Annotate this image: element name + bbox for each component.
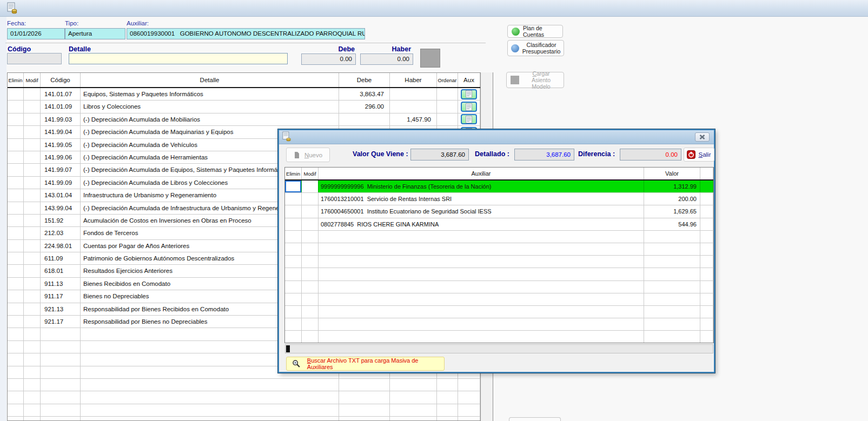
auxiliar-cell[interactable] bbox=[319, 318, 644, 330]
auxiliar-cell[interactable]: 1760013210001 Servicio de Rentas Interna… bbox=[319, 193, 644, 205]
elimin-cell[interactable] bbox=[8, 215, 24, 226]
elimin-cell[interactable] bbox=[8, 353, 24, 365]
auxiliar-cell[interactable] bbox=[319, 293, 644, 305]
dialog-horizontal-scrollbar[interactable] bbox=[285, 344, 713, 353]
valor-cell[interactable] bbox=[644, 281, 700, 293]
aux-detail-button[interactable] bbox=[461, 89, 477, 99]
elimin-cell[interactable] bbox=[285, 318, 302, 330]
auxiliar-cell[interactable]: 9999999999996 Ministerio de Finanzas (Te… bbox=[319, 181, 644, 192]
elimin-cell[interactable] bbox=[285, 268, 302, 280]
modif-cell[interactable] bbox=[24, 113, 41, 125]
modif-cell[interactable] bbox=[24, 151, 41, 163]
modif-cell[interactable] bbox=[302, 306, 319, 318]
modif-cell[interactable] bbox=[24, 88, 41, 100]
modif-cell[interactable] bbox=[24, 252, 41, 264]
elimin-cell[interactable] bbox=[8, 164, 24, 176]
elimin-cell[interactable] bbox=[285, 231, 302, 243]
auxiliar-cell[interactable]: 1760004650001 Instituto Ecuatoriano de S… bbox=[319, 205, 644, 217]
add-entry-button[interactable] bbox=[420, 49, 440, 68]
elimin-cell[interactable] bbox=[8, 341, 24, 353]
elimin-cell[interactable] bbox=[8, 88, 24, 100]
valor-cell[interactable] bbox=[644, 231, 700, 243]
valor-cell[interactable] bbox=[644, 331, 700, 343]
modif-cell[interactable] bbox=[302, 318, 319, 330]
auxiliar-cell[interactable] bbox=[319, 268, 644, 280]
auxiliar-cell[interactable] bbox=[319, 231, 644, 243]
modif-cell[interactable] bbox=[24, 404, 41, 416]
auxiliar-cell[interactable] bbox=[319, 331, 644, 343]
modif-cell[interactable] bbox=[302, 181, 319, 192]
fecha-field[interactable]: 01/01/2026 bbox=[7, 28, 65, 39]
elimin-cell[interactable] bbox=[285, 205, 302, 217]
auxiliar-cell[interactable]: 0802778845 RIOS CHERE GINA KARMINA bbox=[319, 218, 644, 230]
cargar-asiento-modelo-button[interactable]: Cargar AsientoModelo bbox=[506, 72, 564, 88]
elimin-cell[interactable] bbox=[285, 256, 302, 268]
valor-cell[interactable] bbox=[644, 243, 700, 255]
elimin-cell[interactable] bbox=[8, 316, 24, 328]
modif-cell[interactable] bbox=[24, 164, 41, 176]
detalle-entry-input[interactable] bbox=[69, 53, 288, 64]
elimin-cell[interactable] bbox=[8, 328, 24, 340]
aux-detail-button[interactable] bbox=[461, 114, 477, 124]
modif-cell[interactable] bbox=[24, 126, 41, 138]
modif-cell[interactable] bbox=[24, 101, 41, 112]
elimin-cell[interactable] bbox=[8, 126, 24, 138]
codigo-entry-input[interactable] bbox=[7, 53, 62, 64]
elimin-cell[interactable] bbox=[8, 240, 24, 252]
modif-cell[interactable] bbox=[24, 290, 41, 302]
modif-cell[interactable] bbox=[24, 391, 41, 403]
elimin-cell[interactable] bbox=[8, 227, 24, 239]
haber-entry-field[interactable]: 0.00 bbox=[360, 54, 413, 65]
modif-cell[interactable] bbox=[24, 417, 41, 421]
scrollbar-thumb[interactable] bbox=[286, 345, 290, 352]
elimin-cell[interactable] bbox=[8, 252, 24, 264]
elimin-cell[interactable] bbox=[285, 281, 302, 293]
modif-cell[interactable] bbox=[24, 341, 41, 353]
elimin-cell[interactable] bbox=[285, 193, 302, 205]
modif-cell[interactable] bbox=[24, 215, 41, 226]
modif-cell[interactable] bbox=[24, 202, 41, 214]
elimin-cell[interactable] bbox=[8, 366, 24, 378]
modif-cell[interactable] bbox=[24, 139, 41, 151]
modif-cell[interactable] bbox=[24, 353, 41, 365]
elimin-cell[interactable] bbox=[8, 151, 24, 163]
elimin-cell[interactable] bbox=[285, 306, 302, 318]
modif-cell[interactable] bbox=[302, 218, 319, 230]
elimin-cell[interactable] bbox=[8, 177, 24, 189]
modif-cell[interactable] bbox=[24, 177, 41, 189]
modif-cell[interactable] bbox=[24, 316, 41, 328]
valor-cell[interactable] bbox=[644, 318, 700, 330]
elimin-cell[interactable] bbox=[285, 293, 302, 305]
modif-cell[interactable] bbox=[302, 281, 319, 293]
dialog-close-button[interactable] bbox=[695, 132, 710, 142]
modif-cell[interactable] bbox=[302, 256, 319, 268]
elimin-cell[interactable] bbox=[8, 278, 24, 290]
elimin-cell[interactable] bbox=[285, 331, 302, 343]
elimin-cell[interactable] bbox=[8, 303, 24, 315]
valor-cell[interactable] bbox=[644, 306, 700, 318]
elimin-cell[interactable] bbox=[8, 139, 24, 151]
modif-cell[interactable] bbox=[302, 205, 319, 217]
elimin-cell[interactable] bbox=[8, 290, 24, 302]
elimin-cell[interactable] bbox=[8, 404, 24, 416]
modif-cell[interactable] bbox=[24, 366, 41, 378]
auxiliar-field[interactable]: 0860019930001 GOBIERNO AUTONOMO DESCENTR… bbox=[127, 28, 365, 39]
elimin-cell[interactable] bbox=[285, 181, 302, 192]
elimin-cell[interactable] bbox=[285, 218, 302, 230]
modif-cell[interactable] bbox=[302, 231, 319, 243]
elimin-cell[interactable] bbox=[8, 202, 24, 214]
modif-cell[interactable] bbox=[24, 379, 41, 391]
elimin-cell[interactable] bbox=[285, 243, 302, 255]
auxiliar-cell[interactable] bbox=[319, 243, 644, 255]
modif-cell[interactable] bbox=[24, 240, 41, 252]
modif-cell[interactable] bbox=[24, 227, 41, 239]
salir-button[interactable]: Salir bbox=[684, 148, 714, 162]
modif-cell[interactable] bbox=[302, 243, 319, 255]
clasificador-presupuestario-button[interactable]: ClasificadorPresupuestario bbox=[507, 40, 564, 56]
elimin-cell[interactable] bbox=[8, 265, 24, 277]
valor-cell[interactable]: 1,312.99 bbox=[644, 181, 700, 192]
valor-cell[interactable]: 544.96 bbox=[644, 218, 700, 230]
modif-cell[interactable] bbox=[302, 268, 319, 280]
elimin-cell[interactable] bbox=[8, 391, 24, 403]
aux-detail-button[interactable] bbox=[461, 102, 477, 112]
